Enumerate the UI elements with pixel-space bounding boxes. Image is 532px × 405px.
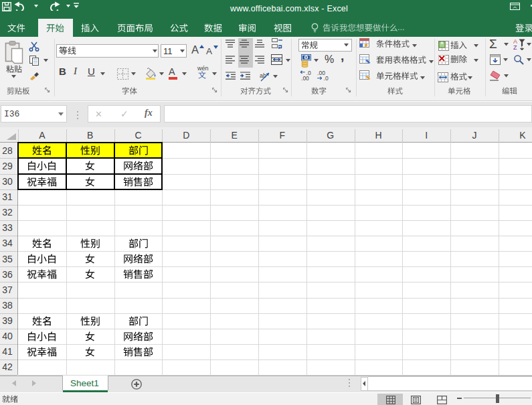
svg-text:ab: ab xyxy=(260,72,266,79)
svg-text:.0: .0 xyxy=(324,75,329,81)
svg-text:.00: .00 xyxy=(301,75,309,81)
svg-text:Z: Z xyxy=(513,44,517,50)
svg-text:A: A xyxy=(513,38,517,45)
